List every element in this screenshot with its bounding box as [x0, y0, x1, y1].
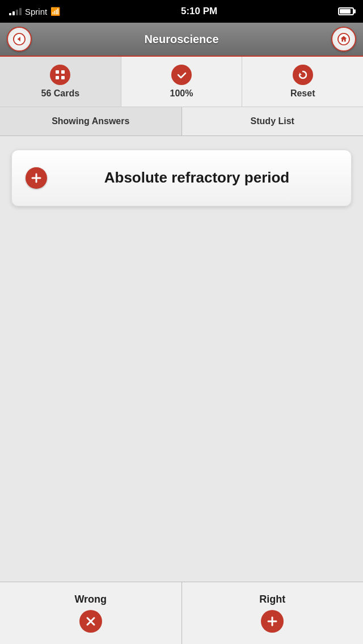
bottom-bar: Wrong Right	[0, 582, 363, 644]
right-label: Right	[259, 594, 285, 605]
toggle-row: Showing Answers Study List	[0, 107, 363, 136]
svg-rect-2	[56, 70, 59, 74]
main-content: Absolute refractory period	[0, 136, 363, 408]
wrong-icon	[79, 610, 102, 633]
showing-answers-tab[interactable]: Showing Answers	[0, 107, 182, 135]
svg-rect-4	[56, 76, 59, 79]
svg-marker-6	[299, 73, 302, 75]
wrong-button[interactable]: Wrong	[0, 582, 182, 644]
cards-label: 56 Cards	[41, 88, 80, 99]
add-to-list-button[interactable]	[26, 167, 47, 189]
right-button[interactable]: Right	[182, 582, 364, 644]
page-title: Neuroscience	[144, 33, 218, 46]
carrier-label: Sprint	[25, 7, 47, 16]
right-icon	[261, 610, 284, 633]
home-icon	[337, 33, 350, 45]
back-icon	[13, 33, 26, 45]
wifi-icon: 📶	[50, 7, 60, 16]
svg-rect-5	[61, 76, 65, 79]
status-right	[338, 7, 354, 15]
plus-icon	[30, 172, 43, 184]
stat-reset[interactable]: Reset	[242, 57, 363, 107]
flashcard[interactable]: Absolute refractory period	[11, 150, 352, 206]
status-left: Sprint 📶	[9, 7, 60, 16]
grid-icon	[50, 65, 70, 85]
svg-rect-3	[61, 70, 65, 74]
card-term: Absolute refractory period	[56, 168, 337, 188]
check-icon	[171, 65, 192, 85]
stat-cards[interactable]: 56 Cards	[0, 57, 121, 107]
battery-icon	[338, 7, 354, 15]
percent-label: 100%	[170, 88, 193, 99]
stat-percent[interactable]: 100%	[121, 57, 243, 107]
back-button[interactable]	[7, 27, 32, 52]
clock: 5:10 PM	[181, 6, 217, 17]
stats-row: 56 Cards 100% Reset	[0, 57, 363, 107]
reset-icon	[293, 65, 313, 85]
study-list-tab[interactable]: Study List	[182, 107, 364, 135]
wrong-label: Wrong	[74, 594, 107, 605]
signal-icon	[9, 8, 22, 15]
nav-bar: Neuroscience	[0, 23, 363, 57]
reset-label: Reset	[290, 88, 315, 99]
status-bar: Sprint 📶 5:10 PM	[0, 0, 363, 23]
home-button[interactable]	[331, 27, 356, 52]
